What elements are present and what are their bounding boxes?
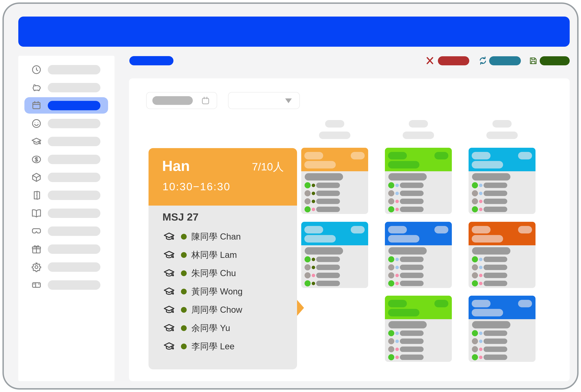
graduation-cap-icon [163,340,175,353]
room-placeholder [472,173,510,180]
sidebar-item[interactable] [18,96,114,114]
student-row: 林同學 Lam [148,249,297,261]
refresh-button[interactable] [489,56,521,65]
status-dot [395,184,399,187]
attendee-name-placeholder [400,265,424,270]
attendee-row [385,330,452,336]
attendance-dot [388,256,394,262]
open-book-icon [31,208,42,219]
save-button[interactable] [540,56,570,65]
schedule-card[interactable] [468,148,536,214]
status-dot [479,258,482,261]
status-dot [479,282,482,285]
schedule-card[interactable] [301,222,368,288]
card-time-placeholder [472,235,503,243]
schedule-card[interactable] [385,296,452,362]
status-dot [479,348,482,351]
sidebar-item[interactable] [18,78,114,96]
sidebar-item[interactable] [18,240,114,258]
refresh-icon[interactable] [478,56,488,65]
status-dot [312,266,315,269]
card-badge-placeholder [434,152,448,159]
date-value-placeholder [152,96,193,105]
attendee-row [468,190,536,196]
schedule-card[interactable] [301,148,368,214]
attendance-dot [388,272,394,278]
sidebar-item[interactable] [18,222,114,240]
save-icon[interactable] [528,56,538,65]
class-name: Han [162,159,190,173]
sidebar-list [18,61,114,294]
graduation-cap-icon [163,230,175,243]
sidebar [18,56,114,381]
sidebar-item[interactable] [18,204,114,222]
sidebar-item[interactable] [18,258,114,276]
attendance-dot [181,344,187,349]
status-dot [479,340,482,343]
attendee-name-placeholder [316,191,340,196]
class-detail-popup: Han 7/10人 10:30−16:30 MSJ 27 陳同學 Chan林同學… [148,148,297,369]
room-placeholder [472,321,510,328]
cancel-button[interactable] [438,56,469,65]
attendee-row [468,198,536,204]
attendee-name-placeholder [484,339,507,344]
attendance-dot [388,182,394,188]
attendee-row [468,206,536,212]
attendee-name-placeholder [316,281,340,286]
card-body [468,319,536,362]
card-time-placeholder [304,161,336,168]
student-row: 李同學 Lee [148,340,297,353]
calendar-icon[interactable] [200,96,210,106]
attendance-dot [388,206,394,212]
status-dot [395,192,399,195]
schedule-card[interactable] [385,148,452,214]
sidebar-item[interactable] [18,276,114,294]
card-time-placeholder [472,161,503,168]
sidebar-item-label-placeholder [48,137,100,146]
card-title-placeholder [304,226,323,233]
attendee-row [385,354,452,360]
attendee-name-placeholder [316,199,340,204]
schedule-card[interactable] [385,222,452,288]
close-icon[interactable] [425,56,435,65]
card-badge-placeholder [518,226,532,233]
gift-icon [31,243,42,255]
schedule-card[interactable] [468,296,536,362]
card-header [301,222,368,245]
primary-action-button[interactable] [129,56,174,65]
sidebar-item[interactable] [18,150,114,168]
sidebar-item-label-placeholder [48,83,100,92]
attendance-dot [388,280,394,286]
attendee-row [385,206,452,212]
graduation-cap-icon [163,304,175,316]
attendee-name-placeholder [484,355,507,360]
graduation-cap-icon [163,267,175,280]
attendance-dot [388,264,394,270]
sidebar-item[interactable] [18,114,114,132]
card-time-placeholder [304,235,336,243]
attendee-row [468,182,536,188]
schedule-card[interactable] [468,222,536,288]
student-name: 朱同學 Chu [192,267,236,279]
student-row: 朱同學 Chu [148,267,297,280]
attendee-name-placeholder [400,347,424,352]
attendance-dot [472,190,478,196]
dollar-coin-icon [31,154,42,165]
sidebar-item[interactable] [18,186,114,204]
attendee-name-placeholder [400,207,424,212]
popup-body: MSJ 27 陳同學 Chan林同學 Lam朱同學 Chu黃同學 Wong周同學… [148,206,297,369]
cube-icon [31,172,42,183]
attendance-dot [304,190,311,196]
attendee-name-placeholder [400,355,424,360]
sidebar-item[interactable] [18,61,114,78]
attendee-name-placeholder [484,331,507,336]
attendee-row [468,330,536,336]
attendance-dot [304,256,311,262]
status-dot [395,200,399,203]
attendee-row [385,272,452,278]
attendee-name-placeholder [400,339,424,344]
sidebar-item[interactable] [18,168,114,186]
status-dot [312,184,315,187]
sidebar-item[interactable] [18,132,114,150]
attendance-dot [472,338,478,344]
